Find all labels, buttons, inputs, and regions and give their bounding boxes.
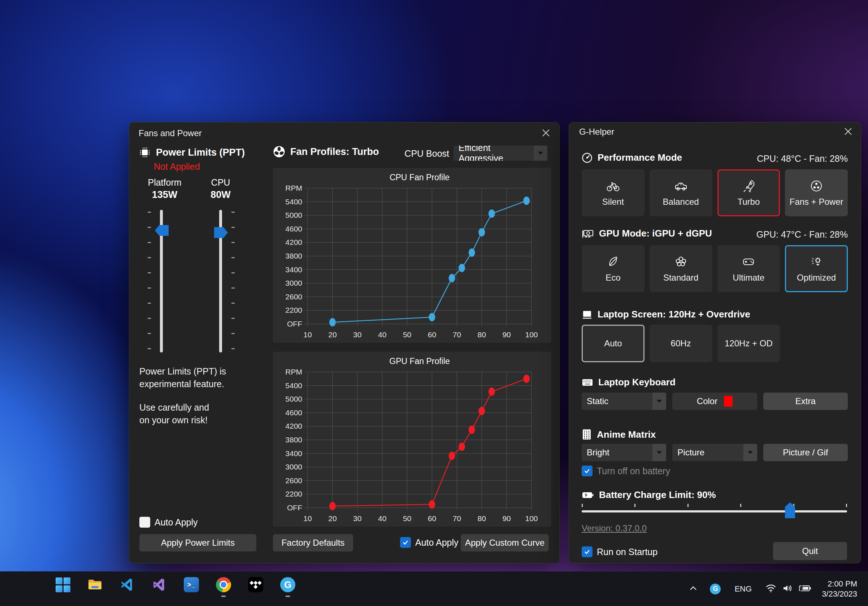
svg-text:3400: 3400 xyxy=(285,265,302,274)
wifi-icon[interactable] xyxy=(766,584,776,594)
close-icon[interactable] xyxy=(843,126,854,137)
svg-text:70: 70 xyxy=(453,330,461,339)
screen-button-120hz-od[interactable]: 120Hz + OD xyxy=(718,325,780,362)
power-limits-auto-apply-checkbox[interactable] xyxy=(140,517,150,528)
vscode-icon xyxy=(120,578,134,592)
gpu-button-ultimate[interactable]: Ultimate xyxy=(718,245,780,292)
screen-icon xyxy=(582,309,592,320)
chevron-down-icon[interactable] xyxy=(653,444,666,461)
svg-text:40: 40 xyxy=(378,330,386,339)
ghelper-icon: G xyxy=(280,577,295,592)
cpu-slider-thumb[interactable] xyxy=(214,227,228,238)
battery-slider-ticks xyxy=(582,504,847,507)
chevron-down-icon[interactable] xyxy=(653,392,666,410)
apply-custom-curve-button[interactable]: Apply Custom Curve xyxy=(461,534,549,552)
keyboard-extra-button[interactable]: Extra xyxy=(763,392,848,410)
power-limits-auto-apply-label: Auto Apply xyxy=(155,517,198,528)
start-button[interactable] xyxy=(55,577,71,593)
svg-text:OFF: OFF xyxy=(287,319,302,328)
tray-ghelper-icon[interactable]: G xyxy=(710,584,721,594)
factory-defaults-button[interactable]: Factory Defaults xyxy=(273,534,353,552)
cpu-boost-label: CPU Boost xyxy=(382,149,449,159)
fans-window-title: Fans and Power xyxy=(139,128,202,138)
svg-text:4200: 4200 xyxy=(285,238,302,246)
laptop-keyboard-title: Laptop Keyboard xyxy=(598,377,676,388)
anime-matrix-title: Anime Matrix xyxy=(597,429,656,440)
quit-button[interactable]: Quit xyxy=(773,542,847,560)
volume-icon[interactable] xyxy=(782,584,793,594)
svg-text:10: 10 xyxy=(303,330,312,339)
taskbar-clock[interactable]: 2:00 PM 3/23/2023 xyxy=(822,579,857,599)
language-indicator[interactable]: ENG xyxy=(735,584,752,594)
run-on-startup-checkbox[interactable] xyxy=(582,546,592,557)
keyboard-mode-dropdown[interactable]: Static xyxy=(582,392,666,410)
taskbar-file-explorer[interactable] xyxy=(87,577,103,593)
taskbar-powershell[interactable]: >_ xyxy=(183,577,199,593)
picture-gif-button[interactable]: Picture / Gif xyxy=(763,444,848,461)
battery-limit-title: Battery Charge Limit: 90% xyxy=(599,489,716,501)
fan-profiles-title: Fan Profiles: Turbo xyxy=(290,146,379,158)
gauge-icon xyxy=(582,152,592,163)
flower-icon xyxy=(674,254,688,269)
visual-studio-icon xyxy=(152,578,166,592)
screen-button-auto[interactable]: Auto xyxy=(582,325,645,362)
taskbar-chrome[interactable] xyxy=(215,577,231,593)
cpu-boost-dropdown[interactable]: Efficient Aggressive xyxy=(454,146,547,161)
chevron-down-icon[interactable] xyxy=(743,444,757,461)
cpu-boost-value: Efficient Aggressive xyxy=(454,146,534,161)
battery-tray-icon[interactable] xyxy=(799,584,812,594)
svg-text:2200: 2200 xyxy=(285,490,302,498)
gpu-button-standard[interactable]: Standard xyxy=(649,245,712,292)
svg-text:40: 40 xyxy=(378,514,386,522)
apply-power-limits-button[interactable]: Apply Power Limits xyxy=(140,534,256,552)
svg-text:50: 50 xyxy=(403,514,411,522)
screen-button-60hz[interactable]: 60Hz xyxy=(649,325,712,362)
cpu-fan-profile-chart[interactable]: CPU Fan Profile102030405060708090100RPM5… xyxy=(273,168,551,343)
tray-chevron-up-icon[interactable] xyxy=(689,586,698,593)
windows-logo-icon xyxy=(56,578,70,592)
anime-brightness-dropdown[interactable]: Bright xyxy=(582,444,666,461)
battery-slider-track[interactable] xyxy=(582,510,847,513)
running-indicator xyxy=(221,595,226,597)
svg-text:2600: 2600 xyxy=(285,476,302,485)
version-link[interactable]: Version: 0.37.0.0 xyxy=(582,523,647,533)
taskbar-ghelper[interactable]: G xyxy=(280,577,296,593)
svg-text:5400: 5400 xyxy=(285,381,302,390)
taskbar-tidal[interactable] xyxy=(248,577,264,593)
perf-button-silent[interactable]: Silent xyxy=(582,169,645,216)
svg-text:70: 70 xyxy=(453,514,461,522)
taskbar-visual-studio[interactable] xyxy=(151,577,167,593)
laptop-screen-title: Laptop Screen: 120Hz + Overdrive xyxy=(598,309,750,320)
ghelper-window: G-Helper Performance Mode CPU: 48°C - Fa… xyxy=(569,122,861,563)
gpu-fan-profile-chart[interactable]: GPU Fan Profile102030405060708090100RPM5… xyxy=(273,352,551,527)
perf-button-fans-power[interactable]: Fans + Power xyxy=(785,169,848,216)
close-icon[interactable] xyxy=(541,127,551,138)
svg-text:10: 10 xyxy=(303,514,312,522)
svg-text:50: 50 xyxy=(403,330,411,339)
gpu-mode-title: GPU Mode: iGPU + dGPU xyxy=(599,228,712,239)
svg-text:5000: 5000 xyxy=(285,395,302,403)
svg-text:3000: 3000 xyxy=(285,279,302,287)
curve-auto-apply-label: Auto Apply xyxy=(415,537,459,548)
gpu-button-optimized[interactable]: Optimized xyxy=(785,245,848,292)
perf-button-balanced[interactable]: Balanced xyxy=(649,169,712,216)
turn-off-on-battery-checkbox[interactable] xyxy=(582,465,592,476)
laptop-keyboard-header: Laptop Keyboard xyxy=(582,377,676,388)
svg-text:30: 30 xyxy=(353,330,361,339)
anime-mode-dropdown[interactable]: Picture xyxy=(672,444,757,461)
svg-text:3800: 3800 xyxy=(285,436,302,444)
cpu-chip-icon xyxy=(139,146,151,158)
taskbar-vscode[interactable] xyxy=(119,577,135,593)
platform-slider-thumb[interactable] xyxy=(155,225,169,236)
chevron-down-icon[interactable] xyxy=(534,146,547,161)
curve-auto-apply-checkbox[interactable] xyxy=(400,537,411,548)
gamepad-icon xyxy=(741,254,756,269)
svg-text:20: 20 xyxy=(328,514,336,522)
keyboard-color-button[interactable]: Color xyxy=(672,392,757,410)
platform-slider-label: Platform 135W xyxy=(136,177,194,200)
power-limits-status: Not Applied xyxy=(154,161,200,172)
svg-text:60: 60 xyxy=(428,330,436,339)
perf-button-turbo[interactable]: Turbo xyxy=(718,169,780,216)
gpu-button-eco[interactable]: Eco xyxy=(582,245,645,292)
rocket-icon xyxy=(741,179,756,193)
